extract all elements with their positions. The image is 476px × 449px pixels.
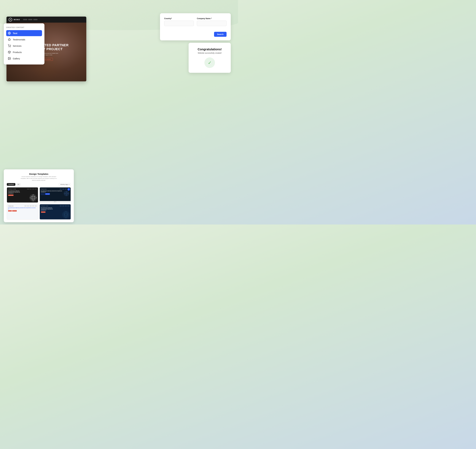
svg-point-9 bbox=[30, 195, 36, 200]
content-item-text-label: Text bbox=[13, 32, 17, 34]
t-nav-pills bbox=[27, 189, 37, 189]
t-light-contact-btn[interactable]: Contact bbox=[8, 210, 12, 211]
company-name-label: Company Name * bbox=[197, 17, 227, 20]
congrats-subtitle: Website successfully created! bbox=[192, 52, 227, 54]
content-item-testimonials-label: Testimonials bbox=[13, 38, 25, 41]
t-learn-btn2[interactable]: Learn more bbox=[41, 211, 45, 213]
svg-point-7 bbox=[9, 58, 9, 58]
country-form-group: Country* bbox=[164, 17, 194, 26]
mono-nav-pills bbox=[23, 19, 38, 20]
country-input[interactable] bbox=[164, 21, 194, 26]
chevron-down-icon: ▾ bbox=[69, 184, 69, 185]
industry-tags-dropdown[interactable]: Industry tags ▾ bbox=[59, 183, 71, 186]
t-blue-content: Erat pellentesque adipiscing commodo eli… bbox=[41, 190, 70, 196]
t-light-navpills bbox=[24, 206, 37, 206]
globe-icon bbox=[8, 32, 11, 35]
svg-point-8 bbox=[30, 194, 37, 201]
congratulations-card: Congratulations! Website successfully cr… bbox=[189, 43, 231, 73]
t-learn-more-btn[interactable]: Learn more bbox=[45, 193, 50, 195]
created-content-panel: CREATED CONTENT Text Testimonials Servic… bbox=[4, 23, 45, 64]
t-light-btns: Contact Learn more bbox=[8, 210, 37, 211]
content-item-text[interactable]: Text bbox=[6, 30, 42, 36]
form-fields-row: Country* Company Name * bbox=[164, 17, 227, 26]
country-label: Country* bbox=[164, 17, 194, 20]
content-item-services[interactable]: Services bbox=[6, 43, 42, 49]
template-dark2-topbar: Company name bbox=[41, 205, 70, 206]
design-templates-title: Design Templates bbox=[7, 173, 71, 175]
t-about-label: ABOUT bbox=[40, 201, 71, 203]
tab-ai[interactable]: AI bbox=[16, 183, 21, 186]
svg-point-11 bbox=[32, 196, 34, 199]
template-dark2-preview: Company name Erat pellentesque adipiscin… bbox=[40, 204, 71, 219]
mono-logo-icon: M bbox=[9, 18, 12, 21]
t-light-nav: Company name bbox=[8, 205, 37, 206]
t-brand: COMPANY NAME bbox=[8, 189, 16, 190]
design-tabs-row: Standard AI Industry tags ▾ bbox=[7, 183, 71, 186]
design-templates-subtitle: Choose between Standard or AI design tem… bbox=[19, 176, 58, 181]
mono-topbar: M MONO bbox=[6, 17, 86, 23]
search-button[interactable]: Search bbox=[214, 32, 227, 37]
image-icon bbox=[8, 57, 11, 60]
t-blue-hero-text: Erat pellentesque adipiscing commodo eli… bbox=[41, 190, 63, 193]
svg-point-12 bbox=[32, 197, 34, 199]
t-blue-btns: Contact Learn more bbox=[41, 193, 63, 195]
created-content-title: CREATED CONTENT bbox=[6, 27, 42, 28]
spiral-graphic bbox=[29, 194, 37, 202]
content-item-gallery[interactable]: Gallery bbox=[6, 56, 42, 62]
mono-nav-pill-3 bbox=[33, 19, 38, 20]
t-light-learn-btn[interactable]: Learn more bbox=[12, 210, 17, 211]
svg-point-18 bbox=[62, 211, 69, 218]
t-hero-text2: Erat pellentesque adipiscing commodo eli… bbox=[41, 207, 56, 211]
spiral-graphic-2 bbox=[62, 210, 70, 219]
checkmark-icon: ✓ bbox=[208, 60, 212, 65]
t-nav-pills2 bbox=[60, 206, 69, 206]
box-icon bbox=[8, 51, 11, 54]
svg-point-21 bbox=[65, 214, 67, 216]
company-name-input[interactable] bbox=[197, 21, 227, 26]
tab-standard[interactable]: Standard bbox=[7, 183, 15, 186]
congrats-check-circle: ✓ bbox=[204, 57, 215, 68]
t-light-brand: Company name bbox=[8, 205, 13, 206]
content-item-testimonials[interactable]: Testimonials bbox=[6, 36, 42, 42]
mono-nav-pill-1 bbox=[23, 19, 27, 20]
cart-icon bbox=[8, 44, 11, 47]
mono-brand-label: MONO bbox=[14, 19, 20, 21]
design-tabs: Standard AI bbox=[7, 183, 21, 186]
t-brand2: Company name bbox=[41, 205, 48, 206]
content-item-products-label: Products bbox=[13, 51, 22, 53]
template-card-dark-spiral[interactable]: COMPANY NAME Erat pellentesque adipiscin… bbox=[7, 187, 38, 203]
industry-tags-label: Industry tags bbox=[60, 184, 68, 185]
template-dark-preview: COMPANY NAME Erat pellentesque adipiscin… bbox=[7, 188, 38, 203]
t-contact-btn[interactable]: Contact bbox=[41, 193, 45, 195]
star-icon bbox=[8, 38, 11, 41]
congrats-title: Congratulations! bbox=[192, 48, 227, 51]
t-learn-btn[interactable]: LEARN MORE bbox=[8, 194, 14, 196]
blue-graphic-icon bbox=[63, 190, 69, 196]
content-item-products[interactable]: Products bbox=[6, 49, 42, 55]
template-selected-badge: ✓ bbox=[68, 188, 70, 191]
t-blue-nav: Company names bbox=[41, 189, 70, 190]
template-card-dark-blue[interactable]: Company names Erat pellentesque adipisci… bbox=[40, 187, 71, 203]
content-item-services-label: Services bbox=[13, 45, 22, 47]
company-name-form-group: Company Name * bbox=[197, 17, 227, 26]
t-hero-text: Erat pellentesque adipiscing commodo eli… bbox=[8, 190, 23, 194]
template-card-dark2[interactable]: Company name Erat pellentesque adipiscin… bbox=[40, 204, 71, 220]
templates-grid: COMPANY NAME Erat pellentesque adipiscin… bbox=[7, 187, 71, 220]
content-item-gallery-label: Gallery bbox=[13, 57, 20, 60]
template-light-preview: Company name Erat pellentesque adipiscin… bbox=[7, 204, 38, 219]
t-blue-brand: Company names bbox=[41, 189, 47, 190]
search-form-card: Country* Company Name * Search bbox=[160, 13, 231, 40]
t-light-title: Erat pellentesque adipiscing commodo eli… bbox=[8, 207, 37, 210]
mono-nav-pill-2 bbox=[28, 19, 32, 20]
svg-point-4 bbox=[10, 47, 11, 47]
svg-marker-2 bbox=[8, 38, 11, 41]
design-templates-card: Design Templates Choose between Standard… bbox=[4, 169, 74, 222]
template-blue-preview: Company names Erat pellentesque adipisci… bbox=[40, 188, 71, 203]
template-topbar: COMPANY NAME bbox=[8, 189, 37, 190]
form-actions: Search bbox=[164, 28, 227, 37]
template-card-light-blue[interactable]: Company name Erat pellentesque adipiscin… bbox=[7, 204, 38, 220]
svg-point-3 bbox=[9, 47, 9, 47]
